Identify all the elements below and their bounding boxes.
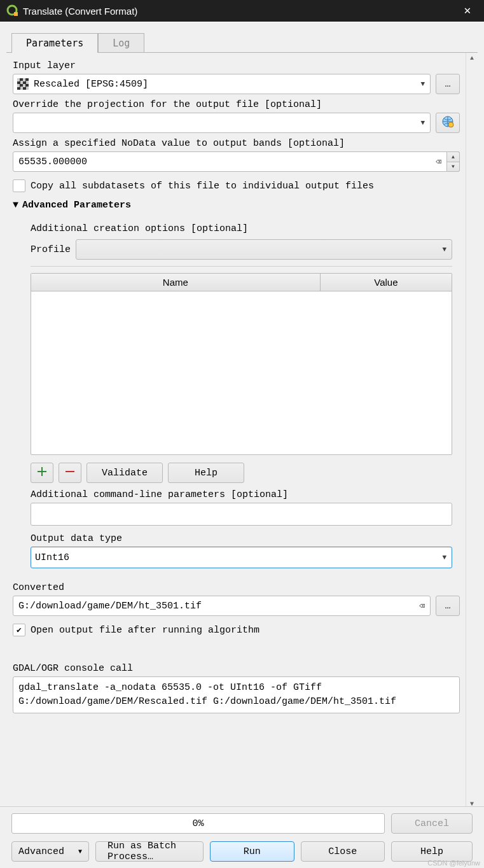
- tab-bar: Parameters Log: [11, 32, 484, 52]
- additional-cmdline-input[interactable]: [31, 503, 452, 526]
- copy-subdatasets-checkbox[interactable]: [13, 179, 25, 192]
- advanced-group: Additional creation options [optional] P…: [24, 214, 459, 572]
- input-layer-combo[interactable]: Rescaled [EPSG:4509] ▼: [13, 74, 431, 94]
- copy-subdatasets-label: Copy all subdatasets of this file to ind…: [31, 181, 374, 192]
- close-icon[interactable]: ✕: [455, 5, 480, 17]
- nodata-spin-down[interactable]: ▼: [447, 162, 460, 172]
- nodata-spin-up[interactable]: ▲: [447, 151, 460, 162]
- converted-path-input[interactable]: G:/download/game/DEM/ht_3501.tif ⌫: [13, 596, 431, 616]
- input-layer-label: Input layer: [13, 60, 460, 71]
- svg-rect-1: [14, 12, 18, 16]
- column-name-header: Name: [31, 274, 321, 291]
- console-call-text: gdal_translate -a_nodata 65535.0 -ot UIn…: [13, 676, 460, 713]
- clear-icon[interactable]: ⌫: [419, 600, 425, 612]
- additional-options-label: Additional creation options [optional]: [31, 223, 452, 234]
- console-call-label: GDAL/OGR console call: [13, 663, 460, 674]
- cancel-button: Cancel: [391, 813, 473, 834]
- output-type-label: Output data type: [31, 533, 452, 544]
- input-layer-browse-button[interactable]: …: [436, 74, 460, 94]
- collapse-icon: ▼: [13, 200, 18, 211]
- validate-button[interactable]: Validate: [86, 463, 163, 483]
- vertical-scrollbar[interactable]: ▲ ▼: [466, 53, 478, 810]
- override-projection-combo[interactable]: ▼: [13, 113, 431, 133]
- globe-icon: [441, 115, 454, 131]
- svg-point-3: [448, 122, 453, 127]
- scroll-up-icon[interactable]: ▲: [466, 53, 478, 64]
- clear-icon[interactable]: ⌫: [436, 156, 441, 168]
- divider: [31, 266, 452, 267]
- svg-rect-4: [66, 471, 74, 472]
- open-output-label: Open output file after running algorithm: [31, 625, 259, 636]
- progress-bar: 0%: [11, 813, 385, 834]
- tab-log[interactable]: Log: [98, 33, 144, 53]
- profile-combo[interactable]: ▼: [76, 239, 452, 260]
- tab-parameters[interactable]: Parameters: [11, 33, 98, 53]
- nodata-input[interactable]: 65535.000000 ⌫: [13, 151, 447, 172]
- window-title: Translate (Convert Format): [23, 6, 455, 17]
- column-value-header: Value: [321, 274, 452, 291]
- chevron-down-icon: ▼: [420, 80, 426, 88]
- run-batch-button[interactable]: Run as Batch Process…: [95, 841, 204, 862]
- remove-option-button[interactable]: [59, 463, 81, 483]
- additional-cmdline-label: Additional command-line parameters [opti…: [31, 489, 452, 500]
- nodata-label: Assign a specified NoData value to outpu…: [13, 138, 460, 149]
- qgis-logo-icon: [6, 4, 19, 17]
- titlebar: Translate (Convert Format) ✕: [0, 0, 484, 22]
- converted-label: Converted: [13, 582, 460, 593]
- raster-layer-icon: [17, 78, 29, 90]
- plus-icon: [37, 466, 47, 480]
- minus-icon: [65, 466, 75, 480]
- bottom-bar: 0% Cancel Advanced ▼ Run as Batch Proces…: [0, 806, 484, 868]
- override-projection-label: Override the projection for the output f…: [13, 99, 460, 110]
- select-crs-button[interactable]: [436, 113, 460, 133]
- profile-label: Profile: [31, 244, 71, 255]
- converted-browse-button[interactable]: …: [436, 596, 460, 616]
- chevron-down-icon: ▼: [420, 119, 426, 127]
- options-help-button[interactable]: Help: [168, 463, 244, 483]
- run-button[interactable]: Run: [210, 841, 294, 862]
- watermark: CSDN @feiyunw: [427, 859, 480, 867]
- close-button[interactable]: Close: [301, 841, 385, 862]
- open-output-checkbox[interactable]: ✔: [13, 624, 25, 636]
- creation-options-table[interactable]: Name Value: [31, 273, 452, 455]
- advanced-parameters-toggle[interactable]: ▼ Advanced Parameters: [13, 200, 460, 211]
- chevron-down-icon: ▼: [442, 246, 448, 253]
- output-type-combo[interactable]: UInt16 ▼: [31, 547, 452, 568]
- chevron-down-icon: ▼: [442, 554, 448, 561]
- add-option-button[interactable]: [31, 463, 53, 483]
- advanced-menu-button[interactable]: Advanced ▼: [11, 841, 89, 862]
- chevron-down-icon: ▼: [78, 848, 82, 855]
